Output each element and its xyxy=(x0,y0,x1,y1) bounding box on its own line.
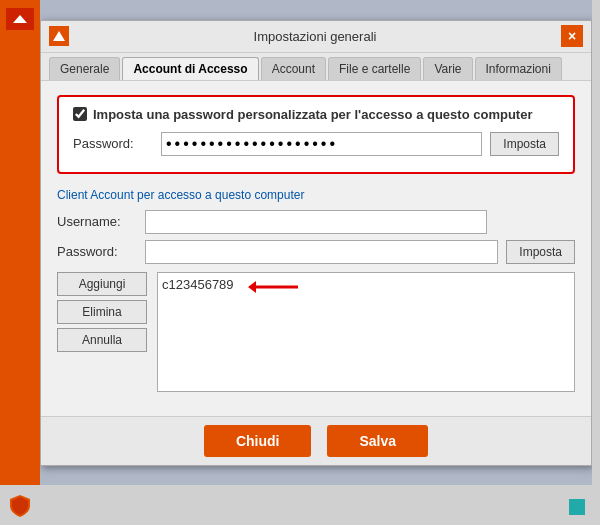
tab-file-cartelle[interactable]: File e cartelle xyxy=(328,57,421,80)
add-button[interactable]: Aggiungi xyxy=(57,272,147,296)
titlebar: Impostazioni generali × xyxy=(41,21,591,53)
custom-password-checkbox[interactable] xyxy=(73,107,87,121)
footer: Chiudi Salva xyxy=(41,416,591,465)
delete-button[interactable]: Elimina xyxy=(57,300,147,324)
tab-account-accesso[interactable]: Account di Accesso xyxy=(122,57,258,80)
set-password-button[interactable]: Imposta xyxy=(490,132,559,156)
username-label: Username: xyxy=(57,214,137,229)
window-title: Impostazioni generali xyxy=(69,29,561,44)
client-section-title: Client Account per accesso a questo comp… xyxy=(57,188,575,202)
close-footer-button[interactable]: Chiudi xyxy=(204,425,312,457)
tab-account[interactable]: Account xyxy=(261,57,326,80)
client-password-field-row: Password: Imposta xyxy=(57,240,575,264)
checkbox-label: Imposta una password personalizzata per … xyxy=(93,107,532,122)
checkbox-row: Imposta una password personalizzata per … xyxy=(73,107,559,122)
client-action-buttons: Aggiungi Elimina Annulla xyxy=(57,272,147,392)
tab-informazioni[interactable]: Informazioni xyxy=(475,57,562,80)
shield-icon xyxy=(8,493,32,517)
custom-password-section: Imposta una password personalizzata per … xyxy=(57,95,575,174)
client-section: Client Account per accesso a questo comp… xyxy=(57,188,575,392)
set-client-password-button[interactable]: Imposta xyxy=(506,240,575,264)
list-item: c123456789 xyxy=(162,277,234,292)
cancel-button[interactable]: Annulla xyxy=(57,328,147,352)
password-input[interactable] xyxy=(161,132,482,156)
teal-indicator xyxy=(569,499,585,515)
username-field-row: Username: xyxy=(57,210,575,234)
svg-marker-5 xyxy=(248,281,256,293)
sidebar-icon xyxy=(6,8,34,30)
main-window: Impostazioni generali × Generale Account… xyxy=(40,20,592,466)
titlebar-left xyxy=(49,26,69,46)
red-arrow-indicator xyxy=(248,275,303,299)
tabs-bar: Generale Account di Accesso Account File… xyxy=(41,53,591,81)
left-sidebar xyxy=(0,0,40,525)
password-label: Password: xyxy=(73,136,153,151)
content-area: Imposta una password personalizzata per … xyxy=(41,81,591,416)
username-input[interactable] xyxy=(145,210,487,234)
client-list-wrapper: c123456789 xyxy=(157,272,575,392)
bottom-bar xyxy=(0,485,600,525)
password-field-row: Password: Imposta xyxy=(73,132,559,156)
tab-generale[interactable]: Generale xyxy=(49,57,120,80)
close-button[interactable]: × xyxy=(561,25,583,47)
client-password-input[interactable] xyxy=(145,240,498,264)
save-button[interactable]: Salva xyxy=(327,425,428,457)
app-icon xyxy=(49,26,69,46)
client-list[interactable]: c123456789 xyxy=(157,272,575,392)
outer-wrapper: Impostazioni generali × Generale Account… xyxy=(0,0,600,525)
right-sidebar xyxy=(592,0,600,485)
tab-varie[interactable]: Varie xyxy=(423,57,472,80)
client-password-label: Password: xyxy=(57,244,137,259)
client-actions: Aggiungi Elimina Annulla c123456789 xyxy=(57,272,575,392)
